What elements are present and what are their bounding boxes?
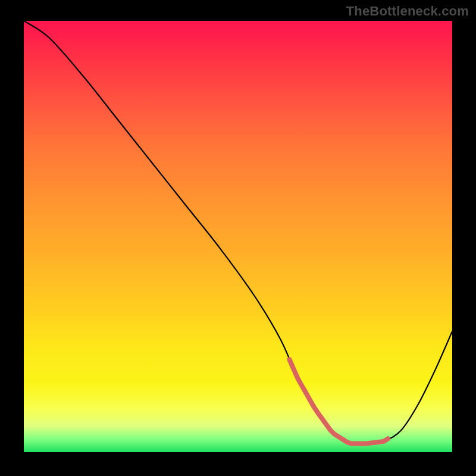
- flat-region-marker: [289, 359, 388, 443]
- watermark-text: TheBottleneck.com: [346, 4, 469, 19]
- chart-container: TheBottleneck.com: [0, 0, 476, 476]
- curve-layer: [24, 21, 452, 452]
- bottleneck-curve: [24, 21, 452, 444]
- plot-area: [24, 21, 452, 452]
